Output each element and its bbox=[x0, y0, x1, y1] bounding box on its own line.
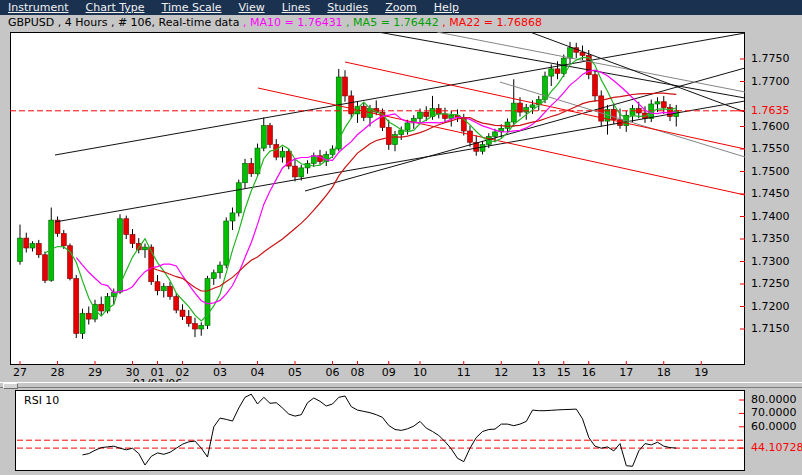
chart-title: GBPUSD , 4 Hours , # 106, Real-time data… bbox=[8, 16, 802, 30]
candle-down bbox=[168, 286, 173, 296]
candle-up bbox=[143, 247, 148, 250]
menu-item-zoom[interactable]: Zoom bbox=[385, 0, 417, 15]
date-axis-label: 15 bbox=[551, 366, 577, 379]
price-axis-label: 1.7750 bbox=[751, 52, 801, 65]
candle-down bbox=[661, 102, 666, 108]
date-axis-label: 06 bbox=[320, 366, 346, 379]
menu-bar: InstrumentChart TypeTime ScaleViewLinesS… bbox=[0, 0, 802, 15]
price-axis-label: 1.7150 bbox=[751, 322, 801, 335]
candle-up bbox=[549, 69, 554, 76]
price-axis-label: 1.7600 bbox=[751, 120, 801, 133]
candle-up bbox=[18, 238, 23, 261]
candle-down bbox=[268, 126, 273, 145]
candle-down bbox=[155, 282, 160, 291]
candle-up bbox=[480, 145, 485, 152]
candle-down bbox=[43, 255, 48, 281]
panel-splitter[interactable] bbox=[0, 382, 802, 388]
candle-up bbox=[243, 163, 248, 182]
candle-down bbox=[555, 69, 560, 74]
candle-up bbox=[449, 115, 454, 118]
candle-down bbox=[386, 127, 391, 144]
price-axis-label: 1.7400 bbox=[751, 210, 801, 223]
candle-down bbox=[180, 310, 185, 316]
price-axis-label: 1.7250 bbox=[751, 277, 801, 290]
candle-down bbox=[193, 324, 198, 329]
price-axis-label: 1.7200 bbox=[751, 300, 801, 313]
candle-up bbox=[655, 102, 660, 104]
menu-item-instrument[interactable]: Instrument bbox=[8, 0, 69, 15]
candle-down bbox=[24, 238, 29, 248]
candle-down bbox=[61, 234, 66, 246]
price-axis-label: 1.7700 bbox=[751, 75, 801, 88]
candle-up bbox=[511, 103, 516, 122]
date-axis-label: 29 bbox=[82, 366, 108, 379]
price-axis-label: 1.7550 bbox=[751, 142, 801, 155]
candle-down bbox=[249, 163, 254, 173]
date-axis-label: 19 bbox=[688, 366, 714, 379]
candle-up bbox=[199, 325, 204, 329]
date-axis-label: 17 bbox=[613, 366, 639, 379]
ma-value-2: , MA5 = 1.76442 bbox=[343, 16, 439, 29]
date-axis-label: 08 bbox=[345, 366, 371, 379]
candle-down bbox=[174, 297, 179, 311]
menu-item-chart-type[interactable]: Chart Type bbox=[86, 0, 145, 15]
candle-up bbox=[161, 286, 166, 291]
candle-up bbox=[630, 109, 635, 116]
candle-down bbox=[99, 304, 104, 311]
candle-up bbox=[299, 168, 304, 177]
date-axis-label: 28 bbox=[45, 366, 71, 379]
menu-item-help[interactable]: Help bbox=[434, 0, 459, 15]
date-axis-label: 10 bbox=[407, 366, 433, 379]
candle-up bbox=[405, 123, 410, 130]
candle-down bbox=[580, 52, 585, 55]
menu-item-lines[interactable]: Lines bbox=[282, 0, 311, 15]
trading-app-window: { "menu": { "items": ["Instrument", "Cha… bbox=[0, 0, 802, 475]
rsi-axis-label: 70.0000 bbox=[751, 406, 802, 419]
candle-up bbox=[261, 126, 266, 149]
candle-up bbox=[211, 273, 216, 279]
date-axis-label: 13 bbox=[526, 366, 552, 379]
menu-item-view[interactable]: View bbox=[239, 0, 265, 15]
menu-item-time-scale[interactable]: Time Scale bbox=[162, 0, 222, 15]
chart-frame bbox=[11, 33, 745, 365]
date-axis-label: 09 bbox=[376, 366, 402, 379]
date-axis-label: 03 bbox=[207, 366, 233, 379]
candle-up bbox=[393, 135, 398, 145]
date-axis-label: 27 bbox=[7, 366, 33, 379]
date-axis-label: 11 bbox=[451, 366, 477, 379]
candle-up bbox=[30, 244, 35, 249]
rsi-study-label: RSI 10 bbox=[24, 394, 59, 407]
candle-up bbox=[524, 108, 529, 113]
candle-down bbox=[86, 313, 91, 319]
rsi-chart[interactable] bbox=[15, 390, 745, 471]
date-axis-label: 12 bbox=[488, 366, 514, 379]
price-chart[interactable] bbox=[10, 32, 745, 365]
candle-up bbox=[230, 213, 235, 221]
instrument-info: GBPUSD , 4 Hours , # 106, Real-time data bbox=[8, 16, 239, 29]
candle-down bbox=[74, 279, 79, 334]
candle-up bbox=[236, 183, 241, 213]
candle-up bbox=[311, 156, 316, 164]
date-axis-label: 16 bbox=[576, 366, 602, 379]
candle-down bbox=[36, 244, 41, 255]
candle-up bbox=[418, 112, 423, 118]
ma-value-1: , MA10 = 1.76431 bbox=[239, 16, 342, 29]
candle-up bbox=[493, 132, 498, 137]
candle-up bbox=[80, 313, 85, 333]
splitter-handle-icon[interactable] bbox=[3, 383, 18, 389]
rsi-axis-label: 80.0000 bbox=[751, 393, 802, 406]
date-axis-label: 18 bbox=[651, 366, 677, 379]
menu-item-studies[interactable]: Studies bbox=[327, 0, 368, 15]
candle-up bbox=[280, 151, 285, 157]
ma-value-3: , MA22 = 1.76868 bbox=[439, 16, 542, 29]
candle-down bbox=[293, 166, 298, 177]
candle-up bbox=[205, 279, 210, 326]
price-axis-label: 1.7300 bbox=[751, 255, 801, 268]
candle-down bbox=[343, 77, 348, 96]
candle-up bbox=[336, 77, 341, 149]
rsi-axis-label: 60.0000 bbox=[751, 420, 802, 433]
current-price-label: 1.7635 bbox=[751, 104, 801, 117]
price-axis-label: 1.7350 bbox=[751, 232, 801, 245]
candle-down bbox=[124, 219, 129, 235]
rsi-current-value-label: 44.10728 bbox=[751, 441, 802, 454]
